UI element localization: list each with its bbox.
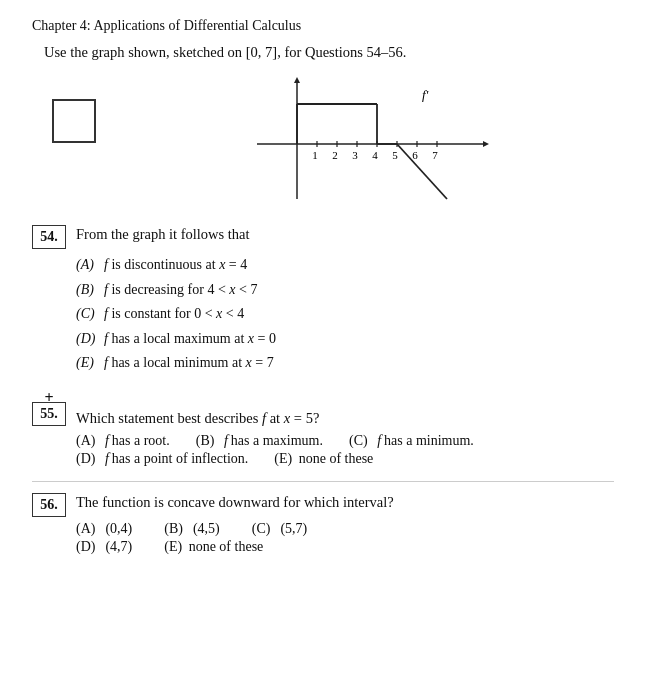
list-item: (C) (5,7) — [252, 521, 308, 537]
option-label: (D) — [76, 539, 95, 555]
question-56: 56. The function is concave downward for… — [32, 492, 614, 555]
svg-text:6: 6 — [412, 149, 418, 161]
list-item: (D) f has a point of inflection. — [76, 451, 248, 467]
f-prime-label: f' — [422, 87, 429, 102]
option-label: (C) — [252, 521, 271, 537]
list-item: (E) f has a local minimum at x = 7 — [76, 351, 614, 376]
svg-line-22 — [397, 144, 447, 199]
question-55: + 55. Which statement best describes f a… — [32, 390, 614, 468]
option-label: (E) — [164, 539, 182, 555]
svg-text:3: 3 — [352, 149, 358, 161]
question-54-options: (A) f is discontinuous at x = 4 (B) f is… — [76, 253, 614, 376]
option-label: (E) — [274, 451, 292, 467]
list-item: (B) f has a maximum. — [196, 433, 323, 449]
option-label: (C) — [76, 302, 104, 327]
option-label: (A) — [76, 253, 104, 278]
option-label: (D) — [76, 451, 95, 467]
svg-text:4: 4 — [372, 149, 378, 161]
option-label: (B) — [164, 521, 183, 537]
question-55-numbox: 55. — [32, 402, 66, 426]
svg-marker-1 — [294, 77, 300, 83]
option-text: f is constant for 0 < x < 4 — [104, 302, 614, 327]
options-row-1: (A) (0,4) (B) (4,5) (C) (5,7) — [76, 521, 614, 537]
option-label: (C) — [349, 433, 368, 449]
option-text: f is discontinuous at x = 4 — [104, 253, 614, 278]
question-54-header: 54 . From the graph it follows that — [32, 224, 614, 249]
question-54: 54 . From the graph it follows that (A) … — [32, 224, 614, 376]
option-label: (E) — [76, 351, 104, 376]
option-text: f has a local minimum at x = 7 — [104, 351, 614, 376]
svg-text:7: 7 — [432, 149, 438, 161]
question-54-numbox: 54 . — [32, 225, 66, 249]
svg-text:2: 2 — [332, 149, 338, 161]
option-label: (A) — [76, 433, 95, 449]
option-label: (D) — [76, 327, 104, 352]
divider — [32, 481, 614, 482]
list-item: (C) f is constant for 0 < x < 4 — [76, 302, 614, 327]
graph-svg-wrapper: 1 2 3 4 5 6 7 f' — [120, 69, 614, 214]
list-item: (D) f has a local maximum at x = 0 — [76, 327, 614, 352]
list-item: (C) f has a minimum. — [349, 433, 474, 449]
page: Chapter 4: Applications of Differential … — [0, 0, 646, 700]
option-text: f is decreasing for 4 < x < 7 — [104, 278, 614, 303]
list-item: (A) (0,4) — [76, 521, 132, 537]
option-text: f has a local maximum at x = 0 — [104, 327, 614, 352]
question-54-text: From the graph it follows that — [76, 224, 250, 246]
question-56-options: (A) (0,4) (B) (4,5) (C) (5,7) (D) (4,7) — [76, 521, 614, 555]
chapter-title: Chapter 4: Applications of Differential … — [32, 18, 614, 34]
question-56-header: 56. The function is concave downward for… — [32, 492, 614, 517]
checkbox-rect — [52, 99, 96, 143]
option-label: (A) — [76, 521, 95, 537]
svg-marker-3 — [483, 141, 489, 147]
question-55-header: + 55. Which statement best describes f a… — [32, 390, 614, 430]
graph-area: 1 2 3 4 5 6 7 f' — [52, 69, 614, 214]
list-item: (D) (4,7) — [76, 539, 132, 555]
list-item: (A) f has a root. — [76, 433, 170, 449]
list-item: (E) none of these — [274, 451, 373, 467]
options-row-2: (D) (4,7) (E) none of these — [76, 539, 614, 555]
list-item: (B) (4,5) — [164, 521, 220, 537]
intro-text: Use the graph shown, sketched on [0, 7],… — [44, 44, 614, 61]
svg-text:1: 1 — [312, 149, 318, 161]
question-55-options: (A) f has a root. (B) f has a maximum. (… — [76, 433, 614, 467]
options-row-1: (A) f has a root. (B) f has a maximum. (… — [76, 433, 614, 449]
question-55-text: Which statement best describes f at x = … — [76, 408, 319, 430]
question-56-text: The function is concave downward for whi… — [76, 492, 394, 514]
option-label: (B) — [76, 278, 104, 303]
graph-svg: 1 2 3 4 5 6 7 f' — [237, 69, 497, 214]
question-56-numbox: 56. — [32, 493, 66, 517]
svg-text:5: 5 — [392, 149, 398, 161]
options-row-2: (D) f has a point of inflection. (E) non… — [76, 451, 614, 467]
list-item: (E) none of these — [164, 539, 263, 555]
option-label: (B) — [196, 433, 215, 449]
list-item: (B) f is decreasing for 4 < x < 7 — [76, 278, 614, 303]
list-item: (A) f is discontinuous at x = 4 — [76, 253, 614, 278]
